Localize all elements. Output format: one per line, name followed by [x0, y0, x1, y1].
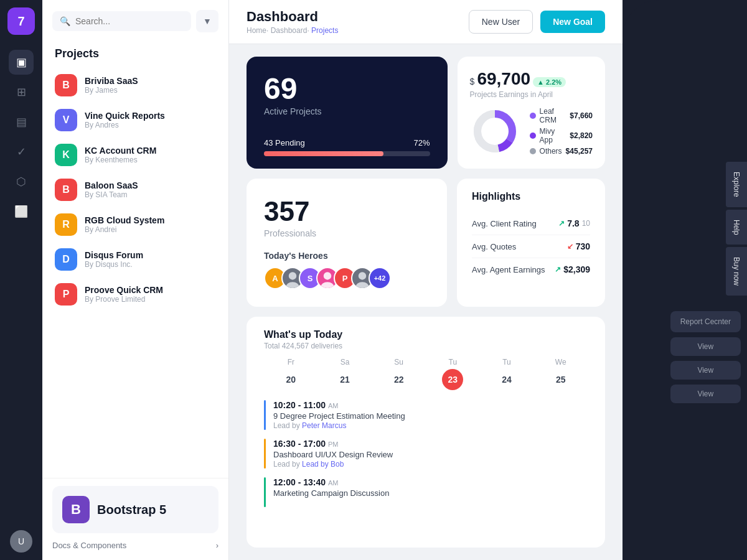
legend-dot-leaf	[530, 113, 536, 119]
docs-link-arrow: ›	[216, 541, 218, 550]
project-info-vine: Vine Quick Reports By Andres	[85, 111, 165, 129]
project-item-vine[interactable]: V Vine Quick Reports By Andres	[42, 103, 228, 138]
svg-point-8	[359, 272, 366, 279]
earnings-legend: Leaf CRM $7,660 Mivy App $2,820 Others $…	[530, 107, 593, 156]
event-name-3: Marketing Campaign Discussion	[273, 488, 389, 498]
progress-bar-fill	[264, 151, 383, 156]
cal-day-20[interactable]: Fr 20	[264, 358, 318, 390]
left-navigation: 7 ▣ ⊞ ▤ ✓ ⬡ ⬜ U	[0, 0, 42, 560]
new-goal-button[interactable]: New Goal	[540, 11, 605, 33]
topbar-right: New User New Goal	[469, 10, 605, 34]
cal-day-22[interactable]: Su 22	[372, 358, 426, 390]
event-item-2: 16:30 - 17:00 PM Dashboard UI/UX Design …	[264, 439, 588, 469]
legend-val-others: $45,257	[566, 147, 593, 156]
search-icon: 🔍	[60, 16, 70, 26]
sidebar: 🔍 ▼ Projects B Briviba SaaS By James V V…	[42, 0, 229, 560]
report-center-button[interactable]: Report Cecnter	[670, 311, 741, 332]
highlight-number-earnings: $2,309	[563, 264, 590, 274]
cal-day-21[interactable]: Sa 21	[318, 358, 372, 390]
nav-icon-briefcase[interactable]: ⬜	[9, 199, 34, 224]
project-info-baloon: Baloon SaaS By SIA Team	[85, 180, 138, 199]
cal-day-23[interactable]: Tu 23	[426, 358, 480, 390]
project-by-disqus: By Disqus Inc.	[85, 260, 143, 269]
cal-day-num-23: 23	[442, 369, 463, 390]
view-button-2[interactable]: View	[670, 361, 741, 380]
buynow-tab[interactable]: Buy now	[726, 247, 747, 296]
project-item-rgb[interactable]: R RGB Cloud System By Andrei	[42, 207, 228, 242]
search-input-wrap[interactable]: 🔍	[52, 11, 191, 31]
earnings-amount: $ 69,700 ▲ 2.2%	[470, 69, 566, 89]
view-button-3[interactable]: View	[670, 385, 741, 403]
nav-icon-layers[interactable]: ⬡	[9, 169, 34, 194]
event-item-1: 10:20 - 11:00 AM 9 Degree Project Estima…	[264, 400, 588, 430]
highlight-number-rating: 7.8	[567, 218, 579, 228]
bootstrap-icon: B	[62, 496, 90, 523]
event-details-2: 16:30 - 17:00 PM Dashboard UI/UX Design …	[273, 439, 393, 469]
nav-avatar-number[interactable]: 7	[7, 7, 35, 35]
explore-tab[interactable]: Explore	[726, 162, 747, 207]
event-person-2[interactable]: Lead by Bob	[302, 460, 344, 469]
nav-user-avatar[interactable]: U	[10, 530, 32, 553]
topbar-left: Dashboard Home· Dashboard· Projects	[247, 9, 338, 35]
project-icon-rgb: R	[55, 213, 77, 236]
cal-day-name-sa: Sa	[341, 358, 350, 366]
project-name-briviba: Briviba SaaS	[85, 76, 138, 86]
nav-icon-chart[interactable]: ▤	[9, 110, 34, 134]
progress-bar-wrap	[264, 151, 430, 156]
cal-title: What's up Today	[264, 329, 588, 340]
docs-link[interactable]: Docs & Components ›	[52, 538, 218, 553]
project-item-proove[interactable]: P Proove Quick CRM By Proove Limited	[42, 277, 228, 312]
cal-day-num-21: 21	[334, 369, 355, 390]
progress-pct: 72%	[414, 138, 430, 147]
cal-day-24[interactable]: Tu 24	[480, 358, 534, 390]
legend-item-leaf: Leaf CRM $7,660	[530, 107, 593, 124]
svg-point-5	[286, 282, 299, 289]
event-person-1[interactable]: Peter Marcus	[302, 421, 346, 430]
nav-icon-dashboard[interactable]: ▣	[9, 50, 34, 75]
nav-icon-check[interactable]: ✓	[9, 139, 34, 164]
arrow-down-icon: ↙	[567, 242, 573, 251]
project-item-briviba[interactable]: B Briviba SaaS By James	[42, 68, 228, 103]
highlight-row-rating: Avg. Client Rating ↗ 7.8 10	[472, 212, 590, 235]
arrow-up-icon: ↗	[558, 219, 565, 228]
docs-link-label: Docs & Components	[52, 541, 126, 550]
active-projects-label: Active Projects	[264, 106, 430, 116]
help-tab[interactable]: Help	[726, 210, 747, 245]
cal-header: What's up Today Total 424,567 deliveries	[264, 329, 588, 350]
legend-label-others: Others	[540, 147, 562, 156]
project-item-baloon[interactable]: B Baloon SaaS By SIA Team	[42, 172, 228, 207]
cal-day-num-24: 24	[496, 369, 517, 390]
project-item-kc[interactable]: K KC Account CRM By Keenthemes	[42, 138, 228, 172]
project-by-baloon: By SIA Team	[85, 190, 138, 199]
topbar: Dashboard Home· Dashboard· Projects New …	[229, 0, 622, 44]
cal-day-name-tu-active: Tu	[449, 358, 458, 366]
project-by-briviba: By James	[85, 86, 138, 95]
filter-button[interactable]: ▼	[196, 10, 218, 32]
cal-day-25[interactable]: We 25	[533, 358, 588, 390]
project-name-proove: Proove Quick CRM	[85, 285, 163, 295]
professionals-label: Professionals	[264, 228, 430, 238]
earnings-number: 69,700	[477, 69, 530, 89]
event-details-3: 12:00 - 13:40 AM Marketing Campaign Disc…	[273, 477, 389, 498]
project-icon-briviba: B	[55, 74, 77, 96]
event-details-1: 10:20 - 11:00 AM 9 Degree Project Estima…	[273, 400, 405, 430]
highlight-val-earnings: ↗ $2,309	[555, 264, 590, 274]
cal-subtitle: Total 424,567 deliveries	[264, 342, 588, 350]
nav-icon-grid[interactable]: ⊞	[9, 80, 34, 105]
project-by-vine: By Andres	[85, 121, 165, 129]
event-name-2: Dashboard UI/UX Design Review	[273, 450, 393, 459]
project-item-disqus[interactable]: D Disqus Forum By Disqus Inc.	[42, 242, 228, 277]
breadcrumb-active: Projects	[311, 26, 338, 35]
event-border-2	[264, 439, 266, 469]
project-info-rgb: RGB Cloud System By Andrei	[85, 215, 164, 234]
card-calendar: What's up Today Total 424,567 deliveries…	[247, 317, 605, 548]
event-name-1: 9 Degree Project Estimation Meeting	[273, 411, 405, 421]
project-name-kc: KC Account CRM	[85, 146, 156, 156]
event-ampm-2: PM	[328, 441, 339, 448]
legend-dot-mivy	[530, 133, 536, 139]
project-info-proove: Proove Quick CRM By Proove Limited	[85, 285, 163, 304]
view-button-1[interactable]: View	[670, 337, 741, 356]
legend-dot-others	[530, 148, 536, 154]
search-input[interactable]	[75, 16, 184, 26]
new-user-button[interactable]: New User	[469, 10, 533, 34]
